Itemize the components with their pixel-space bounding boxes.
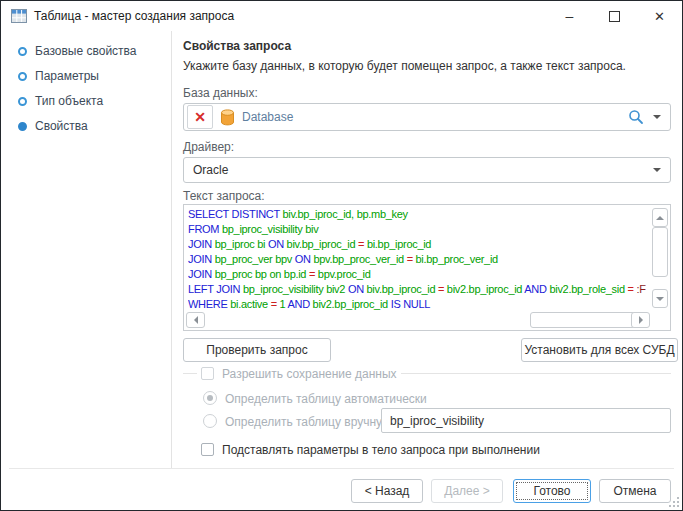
driver-value: Oracle	[193, 163, 228, 177]
minimize-icon: –	[566, 8, 574, 24]
sql-token: biv.bp_iproc_id	[367, 283, 438, 295]
sql-token: JOIN	[188, 253, 215, 265]
manual-table-input[interactable]: bp_iproc_visibility	[381, 408, 671, 433]
minimize-button[interactable]: –	[547, 1, 592, 31]
apply-all-dbms-button[interactable]: Установить для всех СУБД	[521, 338, 678, 362]
groupbox-line	[401, 373, 671, 374]
sql-line: JOIN bp_iproc bi ON biv.bp_iproc_id = bi…	[188, 237, 651, 252]
sidebar-item-basic-properties[interactable]: Базовые свойства	[18, 41, 137, 61]
step-label: Базовые свойства	[35, 44, 137, 58]
sql-token: =	[309, 268, 318, 280]
sql-line: JOIN bp_proc bp on bp.id = bpv.proc_id	[188, 267, 651, 282]
sql-token: ON	[348, 283, 367, 295]
title-bar[interactable]: Таблица - мастер создания запроса – ✕	[1, 1, 682, 31]
step-circle-icon	[18, 47, 27, 56]
sql-token: LEFT JOIN	[188, 283, 243, 295]
finish-button[interactable]: Готово	[513, 479, 591, 503]
sql-token: ON	[268, 238, 287, 250]
sql-token: bp_iproc bi	[215, 238, 268, 250]
scroll-left-button[interactable]	[186, 312, 205, 328]
sidebar-item-properties[interactable]: Свойства	[18, 116, 88, 136]
sql-line: SELECT DISTINCT biv.bp_iproc_id, bp.mb_k…	[188, 207, 651, 222]
database-field[interactable]: ✕ Database	[183, 103, 671, 131]
sql-token: biv.bp_iproc_id, bp.mb_key	[282, 208, 407, 220]
query-text-editor[interactable]: SELECT DISTINCT biv.bp_iproc_id, bp.mb_k…	[183, 204, 671, 331]
sql-token: :F	[636, 283, 645, 295]
sql-token: bi.active	[230, 298, 270, 310]
back-button[interactable]: < Назад	[351, 479, 423, 503]
sql-token: bp_proc bp on bp.id	[215, 268, 309, 280]
sql-line: LEFT JOIN bp_iproc_visibility biv2 ON bi…	[188, 282, 651, 297]
sql-token: bi.bp_iproc_id	[367, 238, 431, 250]
groupbox-line	[183, 373, 197, 374]
maximize-icon	[609, 11, 620, 22]
close-icon: ✕	[654, 9, 665, 24]
sidebar-item-object-type[interactable]: Тип объекта	[18, 91, 103, 111]
next-button: Далее >	[431, 479, 503, 503]
maximize-button[interactable]	[592, 1, 637, 31]
sql-line: JOIN bp_proc_ver bpv ON bpv.bp_proc_ver_…	[188, 252, 651, 267]
sql-token: =	[271, 298, 280, 310]
sql-token: ON	[295, 253, 314, 265]
substitute-params-label: Подставлять параметры в тело запроса при…	[222, 443, 540, 457]
verify-query-button[interactable]: Проверить запрос	[183, 338, 331, 362]
search-icon[interactable]	[628, 109, 644, 125]
cancel-button[interactable]: Отмена	[599, 479, 671, 503]
sql-text[interactable]: SELECT DISTINCT biv.bp_iproc_id, bp.mb_k…	[188, 207, 651, 312]
wizard-dialog: Таблица - мастер создания запроса – ✕ Ба…	[0, 0, 683, 511]
auto-table-radio	[203, 391, 217, 405]
step-circle-active-icon	[18, 122, 27, 131]
sql-token: FROM	[188, 223, 222, 235]
close-button[interactable]: ✕	[637, 1, 682, 31]
sql-token: IS NULL	[391, 298, 430, 310]
horizontal-scrollbar-thumb[interactable]	[530, 312, 640, 328]
step-label: Тип объекта	[35, 94, 103, 108]
database-label: База данных:	[183, 86, 258, 100]
arrow-up-icon	[656, 216, 664, 220]
sql-token: bp_iproc_visibility biv2	[243, 283, 348, 295]
sql-token: WHERE	[188, 298, 230, 310]
arrow-right-icon	[639, 316, 643, 324]
vertical-scrollbar-thumb[interactable]	[652, 227, 668, 277]
scroll-up-button[interactable]	[652, 208, 668, 227]
sidebar-separator	[171, 31, 172, 468]
scroll-right-button[interactable]	[631, 312, 650, 328]
driver-dropdown-icon	[653, 168, 661, 172]
focus-rect	[516, 482, 588, 500]
substitute-params-checkbox[interactable]	[201, 443, 214, 456]
resize-grip-icon[interactable]	[669, 497, 679, 507]
sql-line: WHERE bi.active = 1 AND biv2.bp_iproc_id…	[188, 297, 651, 312]
sql-token: biv2.bp_role_sid	[549, 283, 627, 295]
sidebar-item-parameters[interactable]: Параметры	[18, 66, 99, 86]
step-circle-icon	[18, 72, 27, 81]
arrow-left-icon	[194, 316, 198, 324]
allow-save-label: Разрешить сохранение данных	[222, 367, 397, 381]
driver-select[interactable]: Oracle	[183, 157, 671, 183]
sql-token: AND	[287, 298, 312, 310]
sql-token: =	[407, 253, 416, 265]
database-icon	[220, 109, 235, 126]
sql-token: bpv.bp_proc_ver_id	[313, 253, 406, 265]
driver-label: Драйвер:	[183, 140, 234, 154]
scroll-down-button[interactable]	[652, 289, 668, 308]
sql-token: JOIN	[188, 268, 215, 280]
auto-table-label: Определить таблицу автоматически	[225, 392, 427, 406]
manual-table-label: Определить таблицу вручную:	[225, 415, 394, 429]
sql-token: biv2.bp_iproc_id	[313, 298, 391, 310]
sql-token: SELECT DISTINCT	[188, 208, 282, 220]
arrow-down-icon	[656, 297, 664, 301]
manual-table-value: bp_iproc_visibility	[390, 414, 484, 428]
page-title: Свойства запроса	[183, 39, 291, 53]
manual-table-radio	[203, 414, 217, 428]
sql-token: bp_proc_ver bpv	[215, 253, 295, 265]
page-description: Укажите базу данных, в которую будет пом…	[183, 59, 626, 73]
sql-token: biv.bp_iproc_id	[287, 238, 358, 250]
step-label: Свойства	[35, 119, 88, 133]
step-label: Параметры	[35, 69, 99, 83]
database-dropdown-icon[interactable]	[653, 115, 661, 119]
sql-line: FROM bp_iproc_visibility biv	[188, 222, 651, 237]
clear-x-icon: ✕	[194, 109, 206, 125]
clear-database-button[interactable]: ✕	[187, 105, 213, 129]
sql-token: =	[358, 238, 367, 250]
window-title: Таблица - мастер создания запроса	[34, 1, 234, 31]
